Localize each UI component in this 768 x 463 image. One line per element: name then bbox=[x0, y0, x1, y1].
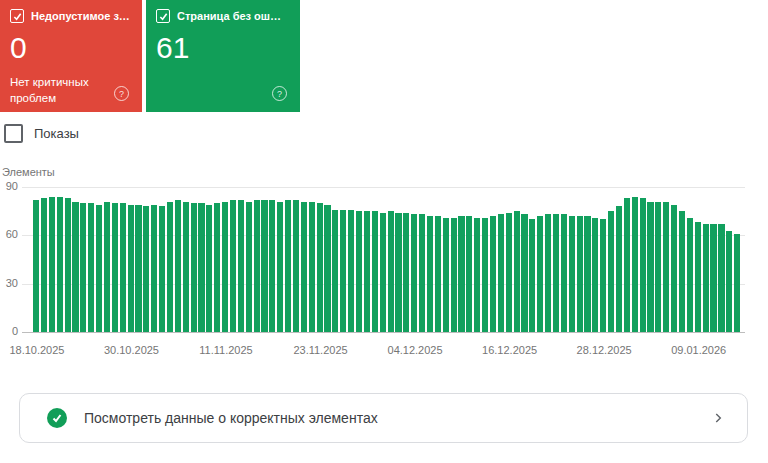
chart-bar[interactable] bbox=[104, 202, 110, 333]
chart-bar[interactable] bbox=[411, 214, 417, 332]
impressions-toggle[interactable]: Показы bbox=[4, 124, 79, 143]
chart-bar[interactable] bbox=[435, 216, 441, 332]
chart-bar[interactable] bbox=[537, 216, 543, 332]
chart-bar[interactable] bbox=[521, 214, 527, 332]
chart-bar[interactable] bbox=[490, 216, 496, 332]
card-valid-pages[interactable]: Страница без ош… 61 ? bbox=[146, 0, 300, 112]
chart-bar[interactable] bbox=[671, 205, 677, 332]
chart-bar[interactable] bbox=[419, 214, 425, 332]
chart-bar[interactable] bbox=[324, 205, 330, 332]
chart-bar[interactable] bbox=[57, 197, 63, 332]
chart-bar[interactable] bbox=[395, 213, 401, 332]
chart-bar[interactable] bbox=[569, 216, 575, 332]
chart-bar[interactable] bbox=[120, 203, 126, 332]
chart-bar[interactable] bbox=[482, 218, 488, 332]
chart-bar[interactable] bbox=[632, 197, 638, 332]
chart-bar[interactable] bbox=[317, 203, 323, 332]
chart-bar[interactable] bbox=[254, 200, 260, 332]
checked-checkbox-icon[interactable] bbox=[10, 9, 24, 23]
chart-bar[interactable] bbox=[608, 211, 614, 332]
chart-bar[interactable] bbox=[695, 222, 701, 332]
chart-bar[interactable] bbox=[191, 203, 197, 332]
chart-bar[interactable] bbox=[403, 213, 409, 332]
chart-bar[interactable] bbox=[65, 198, 71, 332]
chart-bar[interactable] bbox=[726, 231, 732, 333]
chart-bar[interactable] bbox=[364, 211, 370, 332]
chart-bar[interactable] bbox=[340, 210, 346, 332]
chart-bar[interactable] bbox=[246, 202, 252, 333]
chart-bar[interactable] bbox=[451, 218, 457, 332]
chart-bar[interactable] bbox=[41, 198, 47, 332]
chart-bar[interactable] bbox=[458, 216, 464, 332]
chart-bar[interactable] bbox=[655, 202, 661, 333]
chart-bar[interactable] bbox=[592, 218, 598, 332]
card-critical-issues-header[interactable]: Недопустимое з… bbox=[10, 9, 132, 23]
chart-bar[interactable] bbox=[277, 202, 283, 333]
chart-bar[interactable] bbox=[529, 219, 535, 332]
chart-bar[interactable] bbox=[230, 200, 236, 332]
chart-bar[interactable] bbox=[710, 224, 716, 332]
card-valid-pages-header[interactable]: Страница без ош… bbox=[156, 9, 290, 23]
chart-bar[interactable] bbox=[309, 202, 315, 333]
chart-bar[interactable] bbox=[474, 218, 480, 332]
chart-bar[interactable] bbox=[703, 224, 709, 332]
chart-bar[interactable] bbox=[159, 206, 165, 332]
chart-bar[interactable] bbox=[734, 234, 740, 332]
chart-bar[interactable] bbox=[285, 200, 291, 332]
chart-bar[interactable] bbox=[687, 218, 693, 332]
chart-bar[interactable] bbox=[718, 224, 724, 332]
chart-bar[interactable] bbox=[293, 200, 299, 332]
chart-bar[interactable] bbox=[96, 205, 102, 332]
chart-bar[interactable] bbox=[600, 219, 606, 332]
chart-bar[interactable] bbox=[624, 198, 630, 332]
chart-bar[interactable] bbox=[466, 216, 472, 332]
unchecked-checkbox-icon[interactable] bbox=[4, 124, 23, 143]
chart-bar[interactable] bbox=[356, 211, 362, 332]
chart-bar[interactable] bbox=[427, 216, 433, 332]
chart-bar[interactable] bbox=[238, 200, 244, 332]
chart-bar[interactable] bbox=[49, 197, 55, 332]
chart-bar[interactable] bbox=[372, 211, 378, 332]
chart-bar[interactable] bbox=[616, 206, 622, 332]
chart-bar[interactable] bbox=[545, 214, 551, 332]
chart-bar[interactable] bbox=[388, 211, 394, 332]
chart-bar[interactable] bbox=[143, 206, 149, 332]
chart-bar[interactable] bbox=[506, 213, 512, 332]
chart-bar[interactable] bbox=[88, 203, 94, 332]
chart-bar[interactable] bbox=[514, 211, 520, 332]
chart-bar[interactable] bbox=[553, 214, 559, 332]
chart-bar[interactable] bbox=[135, 205, 141, 332]
chart-bar[interactable] bbox=[198, 203, 204, 332]
help-icon[interactable]: ? bbox=[114, 86, 129, 101]
chart-bar[interactable] bbox=[679, 211, 685, 332]
chart-bar[interactable] bbox=[33, 200, 39, 332]
chart-bar[interactable] bbox=[206, 205, 212, 332]
chart-bar[interactable] bbox=[647, 202, 653, 333]
chart-bar[interactable] bbox=[640, 198, 646, 332]
chart-bar[interactable] bbox=[380, 213, 386, 332]
chart-bar[interactable] bbox=[151, 205, 157, 332]
chart-bar[interactable] bbox=[561, 214, 567, 332]
chart-bar[interactable] bbox=[214, 203, 220, 332]
view-valid-items-link[interactable]: Посмотреть данные о корректных элементах bbox=[19, 393, 748, 443]
chart-bar[interactable] bbox=[577, 216, 583, 332]
chart-bar[interactable] bbox=[80, 203, 86, 332]
chart-bar[interactable] bbox=[269, 200, 275, 332]
chart-bar[interactable] bbox=[301, 202, 307, 333]
card-critical-issues[interactable]: Недопустимое з… 0 Нет критичных проблем … bbox=[0, 0, 142, 112]
chart-bar[interactable] bbox=[584, 216, 590, 332]
chart-bar[interactable] bbox=[112, 203, 118, 332]
chart-bar[interactable] bbox=[175, 200, 181, 332]
chart-bar[interactable] bbox=[72, 202, 78, 333]
chart-bar[interactable] bbox=[332, 210, 338, 332]
chart-bar[interactable] bbox=[443, 218, 449, 332]
chart-bar[interactable] bbox=[222, 202, 228, 333]
checked-checkbox-icon[interactable] bbox=[156, 9, 170, 23]
chart-bar[interactable] bbox=[183, 202, 189, 333]
help-icon[interactable]: ? bbox=[272, 86, 287, 101]
chart-bar[interactable] bbox=[128, 205, 134, 332]
chart-bar[interactable] bbox=[498, 214, 504, 332]
chart-bar[interactable] bbox=[348, 210, 354, 332]
chart-bar[interactable] bbox=[167, 202, 173, 333]
chart-bar[interactable] bbox=[261, 200, 267, 332]
